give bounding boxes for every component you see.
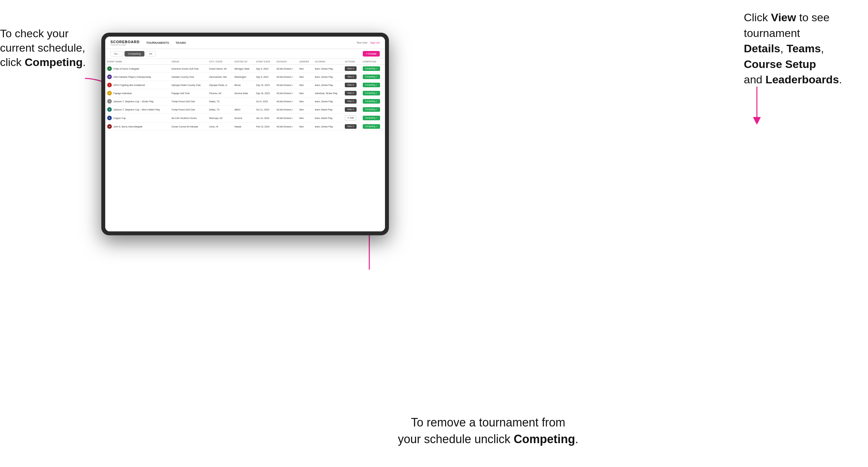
event-name-cell: F Folds of Honor Collegiate (105, 65, 169, 73)
actions-cell[interactable]: View ⊙ (343, 89, 361, 97)
tab-competing[interactable]: Competing (125, 51, 145, 57)
actions-cell[interactable]: View ⊙ (343, 105, 361, 114)
event-name: Folds of Honor Collegiate (114, 68, 139, 70)
view-button[interactable]: View ⊙ (345, 99, 356, 103)
view-button[interactable]: View ⊙ (345, 83, 356, 87)
view-button[interactable]: View ⊙ (345, 124, 356, 129)
event-name-cell: J Jackson T. Stephens Cup – Stroke Play (105, 97, 169, 105)
table-row: H John A. Burns Intercollegiate Ocean Co… (105, 123, 385, 131)
cell-hosted (232, 97, 254, 105)
col-venue: VENUE (169, 59, 207, 65)
competing-button[interactable]: Competing ✓ (363, 116, 380, 120)
brand-sub: Powered by clippi (111, 44, 140, 46)
event-name-cell: W 2023 Sahalee Players Championship (105, 73, 169, 81)
cell-venue: Ocean Course At Hokuala (169, 123, 207, 131)
cell-division: NCAA Division I (275, 97, 298, 105)
actions-cell[interactable]: View ⊙ (343, 65, 361, 73)
tab-all[interactable]: All (146, 51, 156, 57)
cell-division: NCAA Division I (275, 114, 298, 123)
event-name: Jackson T. Stephens Cup – Men's Match Pl… (114, 108, 160, 111)
cell-venue: Papago Golf Club (169, 89, 207, 97)
tablet-screen: SCOREBOARD Powered by clippi TOURNAMENTS… (105, 37, 385, 231)
cell-start: Feb 15, 2024 (254, 123, 275, 131)
tablet: SCOREBOARD Powered by clippi TOURNAMENTS… (101, 33, 389, 235)
right-arrow-down (747, 85, 767, 124)
tab-home[interactable]: Ho... (111, 51, 123, 57)
cell-start: Sep 18, 2023 (254, 89, 275, 97)
cell-city: Lihue, HI (207, 123, 232, 131)
competing-button[interactable]: Competing ✓ (363, 74, 380, 79)
cell-start: Oct 11, 2023 (254, 105, 275, 114)
col-actions: ACTIONS (343, 59, 361, 65)
cell-scoring: team, Match Play (313, 114, 343, 123)
cell-city: Dallas, TX (207, 105, 232, 114)
col-scoring: SCORING (313, 59, 343, 65)
nav-teams[interactable]: TEAMS (176, 40, 186, 46)
cell-gender: Men (298, 65, 313, 73)
event-name-cell: J Jackson T. Stephens Cup – Men's Match … (105, 105, 169, 114)
event-name-cell: P Papago Individual (105, 89, 169, 97)
competing-cell[interactable]: Competing ✓ (361, 89, 385, 97)
view-button[interactable]: View ⊙ (345, 74, 356, 79)
cell-hosted: ABAC (232, 105, 254, 114)
table-header-row: EVENT NAME VENUE CITY, STATE HOSTED BY S… (105, 59, 385, 65)
competing-cell[interactable]: Competing ✓ (361, 81, 385, 89)
competing-cell[interactable]: Competing ✓ (361, 97, 385, 105)
cell-division: NCAA Division I (275, 123, 298, 131)
actions-cell[interactable]: View ⊙ (343, 97, 361, 105)
competing-cell[interactable]: Competing ✓ (361, 105, 385, 114)
brand-title: SCOREBOARD (111, 40, 140, 44)
cell-division: NCAA Division I (275, 73, 298, 81)
edit-button[interactable]: ✏ Edit (345, 115, 356, 121)
cell-hosted: Washington (232, 73, 254, 81)
annotation-top-right: Click View to see tournament Details, Te… (744, 10, 868, 88)
cell-venue: Olympia Fields Country Club (169, 81, 207, 89)
competing-button[interactable]: Competing ✓ (363, 83, 380, 87)
event-name: Jackson T. Stephens Cup – Stroke Play (114, 100, 154, 103)
cell-gender: Men (298, 97, 313, 105)
col-event-name: EVENT NAME (105, 59, 169, 65)
sign-out-link[interactable]: Sign out (370, 41, 380, 44)
cell-city: Grand Haven, MI (207, 65, 232, 73)
competing-cell[interactable]: Competing ✓ (361, 123, 385, 131)
cell-gender: Men (298, 105, 313, 114)
nav-tournaments[interactable]: TOURNAMENTS (146, 40, 169, 46)
view-button[interactable]: View ⊙ (345, 107, 356, 112)
competing-button[interactable]: Competing ✓ (363, 99, 380, 103)
nav-bar: SCOREBOARD Powered by clippi TOURNAMENTS… (105, 37, 385, 49)
cell-city: Dallas, TX (207, 97, 232, 105)
competing-cell[interactable]: Competing ✓ (361, 65, 385, 73)
competing-button[interactable]: Competing ✓ (363, 124, 380, 129)
event-name-cell: H John A. Burns Intercollegiate (105, 123, 169, 131)
actions-cell[interactable]: ✏ Edit (343, 114, 361, 123)
cell-start: Oct 9, 2023 (254, 97, 275, 105)
actions-cell[interactable]: View ⊙ (343, 81, 361, 89)
view-button[interactable]: View ⊙ (345, 66, 356, 71)
team-logo: H (107, 124, 112, 129)
cell-city: Sammamish, WA (207, 73, 232, 81)
team-logo: J (107, 99, 112, 103)
cell-gender: Men (298, 123, 313, 131)
cell-scoring: team, Stroke Play (313, 97, 343, 105)
competing-button[interactable]: Competing ✓ (363, 66, 380, 71)
cell-city: Olympia Fields, IL (207, 81, 232, 89)
competing-cell[interactable]: Competing ✓ (361, 114, 385, 123)
cell-hosted: Hawaii (232, 123, 254, 131)
cell-scoring: team, Stroke Play (313, 81, 343, 89)
cell-start: Jan 14, 2024 (254, 114, 275, 123)
table-row: I OFCC Fighting Illini Invitational Olym… (105, 81, 385, 89)
event-name: John A. Burns Intercollegiate (114, 125, 143, 128)
actions-cell[interactable]: View ⊙ (343, 73, 361, 81)
view-button[interactable]: View ⊙ (345, 91, 356, 95)
competing-button[interactable]: Competing ✓ (363, 91, 380, 95)
team-logo: J (107, 107, 112, 112)
cell-venue: Trinity Forest Golf Club (169, 97, 207, 105)
team-logo: F (107, 66, 112, 71)
competing-button[interactable]: Competing ✓ (363, 107, 380, 112)
actions-cell[interactable]: View ⊙ (343, 123, 361, 131)
competing-cell[interactable]: Competing ✓ (361, 73, 385, 81)
col-competing: COMPETING (361, 59, 385, 65)
create-button[interactable]: + Create (363, 51, 380, 57)
cell-start: Sep 15, 2023 (254, 81, 275, 89)
event-name-cell: A Copper Cup (105, 114, 169, 123)
